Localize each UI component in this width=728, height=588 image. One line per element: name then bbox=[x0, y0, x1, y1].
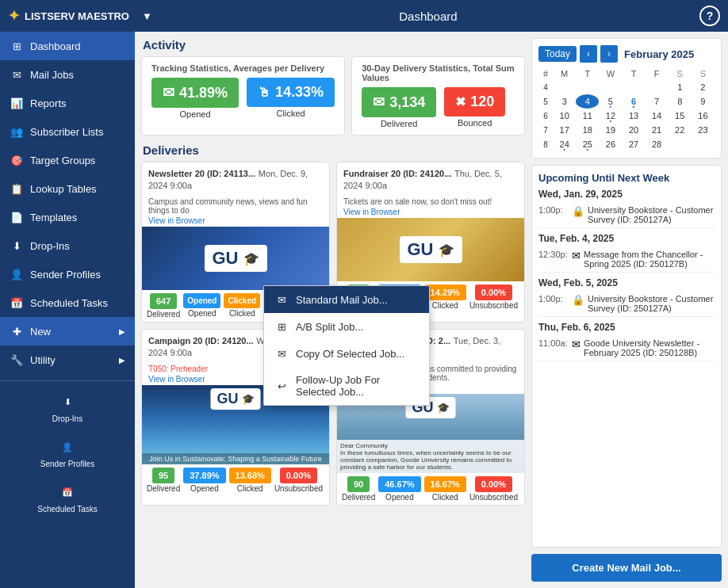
dropdown-item-ab-split[interactable]: ⊞ A/B Split Job... bbox=[264, 313, 429, 340]
upcoming-title: Upcoming Until Next Week bbox=[538, 172, 715, 184]
cal-day-27[interactable]: 27 bbox=[622, 137, 645, 151]
dropdown-item-followup-job[interactable]: ↩ Follow-Up Job For Selected Job... bbox=[264, 367, 429, 405]
sidebar-item-scheduled-tasks[interactable]: 📅 Scheduled Tasks bbox=[0, 288, 135, 317]
cal-day-14[interactable]: 14 bbox=[646, 109, 669, 123]
sidebar-item-reports[interactable]: 📊 Reports bbox=[0, 89, 135, 117]
fundraiser-image: GU 🎓 bbox=[337, 218, 524, 281]
fundraiser-link[interactable]: View in Browser bbox=[337, 208, 524, 218]
cal-day-11[interactable]: 11 bbox=[576, 109, 599, 123]
cal-day-20[interactable]: 20 bbox=[622, 123, 645, 137]
c-clicked-label: Clicked bbox=[237, 484, 263, 493]
opened-label: Opened bbox=[179, 109, 210, 119]
n-delivered-group: 647 Delivered bbox=[147, 293, 180, 319]
cal-day-19[interactable]: 19 bbox=[599, 123, 622, 137]
mail-icon: ✉ bbox=[10, 67, 24, 82]
opened-value: 41.89% bbox=[179, 85, 228, 101]
n-opened: Opened bbox=[183, 293, 220, 308]
sidebar-item-templates[interactable]: 📄 Templates bbox=[0, 203, 135, 231]
brand-dropdown-button[interactable]: ▼ bbox=[137, 8, 157, 25]
cal-day-6[interactable]: 6 bbox=[622, 94, 645, 109]
sidebar-item-utility[interactable]: 🔧 Utility ▶ bbox=[0, 346, 135, 374]
cal-day-21[interactable]: 21 bbox=[646, 123, 669, 137]
dropdown-item-copy-job[interactable]: ✉ Copy Of Selected Job... bbox=[264, 340, 429, 367]
tracking-card: Tracking Statistics, Averages per Delive… bbox=[141, 56, 345, 136]
clicked-label: Clicked bbox=[277, 109, 305, 118]
newsletter-link[interactable]: View in Browser bbox=[142, 216, 329, 227]
cal-day-9[interactable]: 9 bbox=[692, 94, 715, 109]
cal-week-8: 8 24 25 26 27 28 bbox=[538, 137, 715, 151]
dropins-small-label: Drop-Ins bbox=[52, 414, 82, 423]
cal-day-5[interactable]: 5 bbox=[599, 94, 622, 109]
upcoming-card: Upcoming Until Next Week Wed, Jan. 29, 2… bbox=[531, 165, 722, 548]
cal-week-5: 5 3 4 5 6 7 8 9 bbox=[538, 94, 715, 109]
cal-day-23[interactable]: 23 bbox=[692, 123, 715, 137]
upcoming-icon-feb4-1: ✉ bbox=[572, 250, 580, 269]
sidebar-item-subscriber-lists[interactable]: 👥 Subscriber Lists bbox=[0, 117, 135, 146]
cal-day-8[interactable]: 8 bbox=[669, 94, 692, 109]
ab-icon: ⊞ bbox=[274, 320, 289, 333]
sidebar-item-dashboard[interactable]: ⊞ Dashboard bbox=[0, 32, 135, 60]
today-button[interactable]: Today bbox=[538, 46, 577, 62]
help-button[interactable]: ? bbox=[699, 6, 720, 26]
cal-day-10[interactable]: 10 bbox=[553, 109, 576, 123]
tasks-small-icon: 📅 bbox=[56, 481, 79, 503]
opened-icon: ✉ bbox=[163, 84, 174, 101]
f-clicked: 14.29% bbox=[424, 284, 466, 300]
sidebar-label-templates: Templates bbox=[30, 212, 77, 223]
sidebar-item-sender-profiles[interactable]: 👤 Sender Profiles bbox=[0, 260, 135, 288]
cal-day-15[interactable]: 15 bbox=[669, 109, 692, 123]
cal-day-25[interactable]: 25 bbox=[576, 137, 599, 151]
gu-cap-c: 🎓 bbox=[242, 393, 255, 405]
cal-day-4-today[interactable]: 4 bbox=[576, 94, 599, 109]
cal-day-28[interactable]: 28 bbox=[646, 137, 669, 151]
cal-weeknum-7: 7 bbox=[538, 123, 553, 137]
page-title: Dashboard bbox=[157, 10, 699, 23]
gu-logo-fundraiser: GU 🎓 bbox=[400, 236, 462, 263]
cal-day-3[interactable]: 3 bbox=[553, 94, 576, 109]
sidebar-label-scheduled-tasks: Scheduled Tasks bbox=[30, 297, 108, 309]
sender-small-label: Sender Profiles bbox=[40, 460, 94, 468]
cal-day-26[interactable]: 26 bbox=[599, 137, 622, 151]
sidebar-item-lookup-tables[interactable]: 📋 Lookup Tables bbox=[0, 174, 135, 203]
sidebar-item-new[interactable]: ✚ New ▶ bbox=[0, 317, 135, 346]
f-clicked-group: 14.29% Clicked bbox=[424, 284, 466, 310]
app-wrapper: ✦ LISTSERV MAESTRO ▼ Dashboard ? ⊞ Dashb… bbox=[0, 0, 728, 588]
announcement-stats: 90 Delivered 46.67% Opened 16.67% bbox=[337, 473, 524, 505]
sidebar-small-tasks[interactable]: 📅 Scheduled Tasks bbox=[0, 475, 135, 520]
cal-day-22[interactable]: 22 bbox=[669, 123, 692, 137]
newsletter-image: GU 🎓 bbox=[142, 227, 329, 290]
cal-day-12[interactable]: 12 bbox=[599, 109, 622, 123]
calendar-card: Today ‹ › February 2025 # M T bbox=[531, 38, 722, 158]
cal-day-18[interactable]: 18 bbox=[576, 123, 599, 137]
a-delivered-label: Delivered bbox=[342, 493, 375, 502]
n-clicked: Clicked bbox=[224, 293, 260, 308]
cal-header-wed: W bbox=[599, 67, 622, 80]
upcoming-icon-feb6-1: ✉ bbox=[572, 338, 580, 357]
bounced-badge: ✖ 120 bbox=[444, 87, 505, 116]
cal-day-2[interactable]: 2 bbox=[692, 80, 715, 94]
cal-day-7[interactable]: 7 bbox=[646, 94, 669, 109]
cal-day-24[interactable]: 24 bbox=[553, 137, 576, 151]
a-clicked: 16.67% bbox=[424, 476, 466, 492]
upcoming-text-feb5-1: University Bookstore - Customer Survey (… bbox=[588, 294, 715, 313]
cal-day-17[interactable]: 17 bbox=[553, 123, 576, 137]
create-mail-job-button[interactable]: Create New Mail Job... bbox=[531, 554, 722, 582]
prev-month-button[interactable]: ‹ bbox=[580, 45, 597, 63]
right-panel: Today ‹ › February 2025 # M T bbox=[531, 38, 722, 582]
c-delivered: 95 bbox=[152, 468, 174, 483]
sidebar-small-sender[interactable]: 👤 Sender Profiles bbox=[0, 430, 135, 475]
next-month-button[interactable]: › bbox=[600, 45, 618, 63]
sidebar-item-drop-ins[interactable]: ⬇ Drop-Ins bbox=[0, 231, 135, 260]
gu-logo-campaign: GU 🎓 bbox=[211, 388, 261, 410]
target-icon: 🎯 bbox=[10, 153, 24, 167]
cal-day-16[interactable]: 16 bbox=[692, 109, 715, 123]
cal-header-sat: S bbox=[669, 67, 692, 80]
cal-day-13[interactable]: 13 bbox=[622, 109, 645, 123]
sidebar-small-dropins[interactable]: ⬇ Drop-Ins bbox=[0, 384, 135, 430]
sidebar-item-mail-jobs[interactable]: ✉ Mail Jobs bbox=[0, 60, 135, 89]
dropdown-item-standard-mail-job[interactable]: ✉ Standard Mail Job... bbox=[264, 286, 429, 313]
cal-day-1[interactable]: 1 bbox=[669, 80, 692, 94]
sidebar-item-target-groups[interactable]: 🎯 Target Groups bbox=[0, 146, 135, 174]
c-opened-group: 37.89% Opened bbox=[183, 468, 225, 493]
gu-cap-a: 🎓 bbox=[437, 402, 450, 414]
